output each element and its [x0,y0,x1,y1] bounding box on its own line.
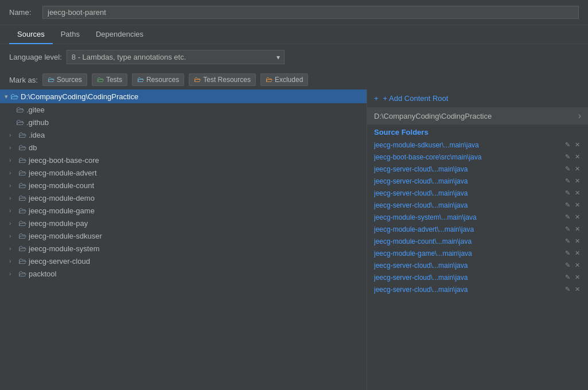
tab-paths[interactable]: Paths [53,25,88,44]
jeecg-module-advert-label: jeecg-module-advert [29,169,97,177]
delete-icon-2[interactable]: ✕ [574,165,581,173]
delete-icon-10[interactable]: ✕ [574,261,581,270]
edit-icon-11[interactable]: ✎ [564,273,571,282]
jeecg-module-count-label: jeecg-module-count [29,181,94,190]
source-item-icons-8: ✎ ✕ [564,237,581,245]
edit-icon-9[interactable]: ✎ [564,249,571,258]
tab-dependencies[interactable]: Dependencies [88,25,151,44]
delete-icon-11[interactable]: ✕ [574,273,581,282]
tree-item-packtool[interactable]: › 🗁 packtool [0,267,367,280]
edit-icon-12[interactable]: ✎ [564,285,571,294]
jeecg-module-sdkuser-chevron: › [9,233,15,239]
tree-item-jeecg-module-game[interactable]: › 🗁 jeecg-module-game [0,204,367,217]
source-item-5[interactable]: jeecg-server-cloud\...main\java ✎ ✕ [367,199,588,211]
tree-item-idea[interactable]: › 🗁 .idea [0,128,367,141]
jeecg-module-sdkuser-label: jeecg-module-sdkuser [29,232,102,240]
source-item-0[interactable]: jeecg-module-sdkuser\...main\java ✎ ✕ [367,139,588,151]
tree-item-gitee[interactable]: 🗁 .gitee [0,103,367,116]
name-input[interactable] [42,6,579,19]
source-item-text-3: jeecg-server-cloud\...main\java [374,177,564,185]
tree-item-jeecg-module-sdkuser[interactable]: › 🗁 jeecg-module-sdkuser [0,229,367,242]
delete-icon-4[interactable]: ✕ [574,189,581,197]
jeecg-server-cloud-folder-icon: 🗁 [18,256,26,266]
delete-icon-8[interactable]: ✕ [574,237,581,245]
tree-item-jeecg-module-advert[interactable]: › 🗁 jeecg-module-advert [0,166,367,179]
mark-sources-label: Sources [57,76,82,84]
excluded-folder-icon: 🗁 [266,76,272,84]
packtool-folder-icon: 🗁 [18,269,26,278]
tab-sources[interactable]: Sources [9,25,53,44]
tabs-row: Sources Paths Dependencies [0,25,588,44]
edit-icon-0[interactable]: ✎ [564,141,571,149]
edit-icon-3[interactable]: ✎ [564,177,571,185]
mark-test-resources-button[interactable]: 🗁 Test Resources [189,73,256,86]
edit-icon-8[interactable]: ✎ [564,237,571,245]
jeecg-module-pay-chevron: › [9,220,15,227]
tree-item-jeecg-module-pay[interactable]: › 🗁 jeecg-module-pay [0,217,367,229]
tree-item-jeecg-module-demo[interactable]: › 🗁 jeecg-module-demo [0,192,367,204]
add-content-root-label: + Add Content Root [383,94,449,103]
delete-icon-9[interactable]: ✕ [574,249,581,258]
source-item-8[interactable]: jeecg-module-count\...main\java ✎ ✕ [367,235,588,247]
source-item-12[interactable]: jeecg-server-cloud\...main\java ✎ ✕ [367,283,588,295]
mark-sources-button[interactable]: 🗁 Sources [42,73,87,86]
test-resources-folder-icon: 🗁 [194,76,201,84]
language-level-select[interactable]: 8 - Lambdas, type annotations etc.11 - L… [67,50,285,64]
edit-icon-10[interactable]: ✎ [564,261,571,270]
edit-icon-2[interactable]: ✎ [564,165,571,173]
jeecg-module-system-folder-icon: 🗁 [18,244,26,253]
source-item-text-12: jeecg-server-cloud\...main\java [374,286,564,294]
delete-icon-12[interactable]: ✕ [574,285,581,294]
root-path-label: D:\CompanyCoding\CodingPractice [21,92,138,101]
source-item-9[interactable]: jeecg-module-game\...main\java ✎ ✕ [367,247,588,259]
source-item-2[interactable]: jeecg-server-cloud\...main\java ✎ ✕ [367,163,588,175]
mark-tests-button[interactable]: 🗁 Tests [92,73,127,86]
jeecg-module-advert-folder-icon: 🗁 [18,168,26,177]
edit-icon-4[interactable]: ✎ [564,189,571,197]
delete-icon-3[interactable]: ✕ [574,177,581,185]
source-item-11[interactable]: jeecg-server-cloud\...main\java ✎ ✕ [367,271,588,283]
source-item-4[interactable]: jeecg-server-cloud\...main\java ✎ ✕ [367,187,588,199]
mark-excluded-button[interactable]: 🗁 Excluded [260,73,308,86]
source-item-6[interactable]: jeecg-module-system\...main\java ✎ ✕ [367,211,588,223]
edit-icon-6[interactable]: ✎ [564,213,571,221]
db-chevron: › [9,145,15,151]
delete-icon-6[interactable]: ✕ [574,213,581,221]
tree-item-jeecg-module-system[interactable]: › 🗁 jeecg-module-system [0,242,367,255]
add-content-root-button[interactable]: + + Add Content Root [367,89,588,107]
source-item-10[interactable]: jeecg-server-cloud\...main\java ✎ ✕ [367,259,588,271]
source-item-text-7: jeecg-module-advert\...main\java [374,225,564,233]
source-folders-header: Source Folders [367,124,588,139]
edit-icon-7[interactable]: ✎ [564,225,571,233]
tree-item-jeecg-module-count[interactable]: › 🗁 jeecg-module-count [0,179,367,192]
tree-item-jeecg-boot-base-core[interactable]: › 🗁 jeecg-boot-base-core [0,154,367,166]
tree-item-db[interactable]: › 🗁 db [0,141,367,154]
source-item-3[interactable]: jeecg-server-cloud\...main\java ✎ ✕ [367,175,588,187]
tree-item-jeecg-server-cloud[interactable]: › 🗁 jeecg-server-cloud [0,255,367,267]
idea-chevron: › [9,132,15,138]
tree-root-item[interactable]: ▾ 🗁 D:\CompanyCoding\CodingPractice [0,89,367,103]
jeecg-module-demo-chevron: › [9,195,15,201]
delete-icon-0[interactable]: ✕ [574,141,581,149]
content-root-path[interactable]: D:\CompanyCoding\CodingPractice › [367,107,588,124]
edit-icon-5[interactable]: ✎ [564,201,571,209]
edit-icon-1[interactable]: ✎ [564,153,571,161]
right-panel: + + Add Content Root D:\CompanyCoding\Co… [367,89,588,390]
source-item-icons-6: ✎ ✕ [564,213,581,221]
language-level-row: Language level: 8 - Lambdas, type annota… [0,44,588,70]
delete-icon-1[interactable]: ✕ [574,153,581,161]
source-item-1[interactable]: jeecg-boot-base-core\src\main\java ✎ ✕ [367,151,588,163]
delete-icon-5[interactable]: ✕ [574,201,581,209]
mark-resources-button[interactable]: 🗁 Resources [132,73,184,86]
gitee-label: .gitee [26,106,45,114]
jeecg-module-game-chevron: › [9,208,15,214]
idea-label: .idea [29,131,45,139]
github-folder-icon: 🗁 [16,118,24,127]
source-item-text-6: jeecg-module-system\...main\java [374,213,564,221]
jeecg-boot-base-core-folder-icon: 🗁 [18,155,26,165]
tree-item-github[interactable]: 🗁 .github [0,116,367,128]
source-item-7[interactable]: jeecg-module-advert\...main\java ✎ ✕ [367,223,588,235]
delete-icon-7[interactable]: ✕ [574,225,581,233]
source-item-text-1: jeecg-boot-base-core\src\main\java [374,153,564,161]
root-expand-chevron: ▾ [5,93,8,100]
